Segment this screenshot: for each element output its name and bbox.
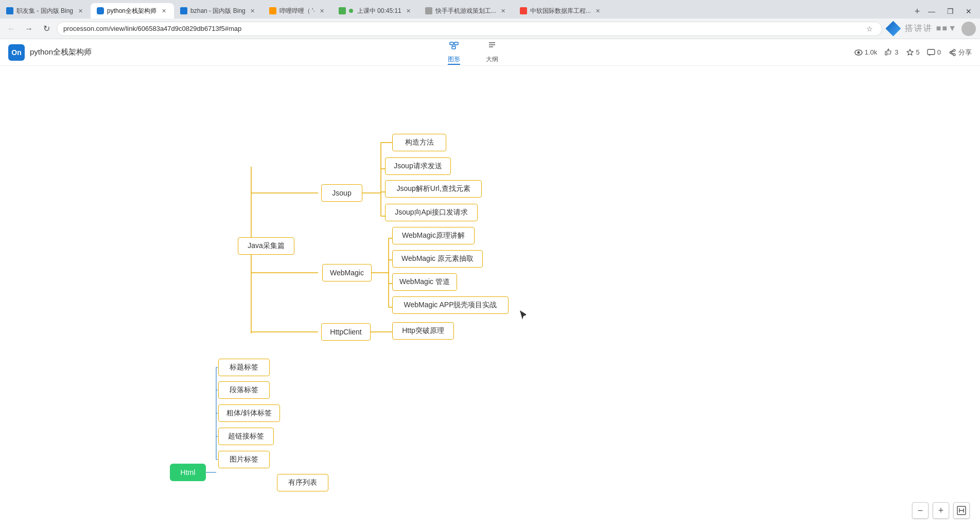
window-controls: — ❐ ✕: [924, 4, 980, 19]
node-wm-pipeline[interactable]: WebMagic 管道: [392, 273, 457, 291]
user-avatar[interactable]: [961, 22, 976, 36]
back-button[interactable]: ←: [4, 22, 19, 36]
node-jsoup-api[interactable]: Jsoup向Api接口发请求: [385, 204, 478, 221]
tab-title-3: bzhan - 国内版 Bing: [190, 7, 246, 15]
maximize-button[interactable]: ❐: [943, 4, 957, 19]
svg-point-9: [857, 51, 860, 54]
node-youxu[interactable]: 有序列表: [277, 474, 328, 491]
tab-favicon-7: [520, 7, 527, 14]
tab-title-5: 上课中 00:45:11: [357, 7, 401, 15]
tab-close-5[interactable]: ✕: [405, 7, 413, 15]
bookmark-icon[interactable]: ☆: [863, 23, 876, 35]
close-button[interactable]: ✕: [961, 4, 976, 19]
node-biaoti[interactable]: 标题标签: [218, 359, 270, 376]
browser-tab-4[interactable]: 哔哩哔哩（ '·✕: [263, 3, 332, 19]
app-logo: On: [8, 44, 25, 61]
toolbar-right: 1.0k 3 5 0 分享: [854, 48, 972, 57]
browser-frame: 职友集 - 国内版 Bing✕python全栈架构师✕bzhan - 国内版 B…: [0, 0, 980, 529]
tab-close-6[interactable]: ✕: [499, 7, 507, 15]
address-bar: ← → ↻ processon.com/view/link/606583a47d…: [0, 19, 980, 39]
tab-close-3[interactable]: ✕: [249, 7, 257, 15]
logo-text: 搭讲讲 ■■▼: [905, 23, 957, 34]
svg-rect-10: [927, 49, 935, 55]
tab-title-6: 快手手机游戏策划工...: [435, 7, 496, 15]
zoom-out-button[interactable]: −: [912, 502, 929, 519]
node-wm-principle[interactable]: WebMagic原理讲解: [392, 227, 475, 244]
zoom-controls: − +: [912, 502, 970, 519]
browser-tab-1[interactable]: 职友集 - 国内版 Bing✕: [0, 3, 91, 19]
svg-rect-2: [452, 46, 456, 49]
outline-icon: [487, 40, 497, 53]
graphic-label: 图形: [448, 55, 460, 65]
tab-outline[interactable]: 大纲: [481, 38, 503, 67]
node-duanluo[interactable]: 段落标签: [218, 381, 270, 399]
tab-favicon-2: [97, 7, 104, 14]
new-tab-button[interactable]: +: [910, 4, 924, 19]
tab-close-2[interactable]: ✕: [160, 7, 168, 15]
comments-stat: 0: [927, 48, 941, 57]
tab-favicon-1: [6, 7, 13, 14]
browser-tab-7[interactable]: 中软国际数据库工程...✕: [514, 3, 608, 19]
views-stat: 1.0k: [854, 48, 878, 57]
tab-close-7[interactable]: ✕: [594, 7, 602, 15]
url-bar[interactable]: processon.com/view/link/606583a47d9c0829…: [57, 22, 882, 36]
likes-stat: 3: [884, 48, 898, 57]
node-cuti[interactable]: 粗体/斜体标签: [218, 404, 280, 422]
tab-close-1[interactable]: ✕: [76, 7, 84, 15]
node-jsoup[interactable]: Jsoup: [321, 184, 362, 202]
node-httpclient[interactable]: HttpClient: [321, 323, 371, 341]
live-dot-5: [349, 9, 353, 13]
app-title: python全栈架构师: [30, 47, 92, 57]
minimize-button[interactable]: —: [924, 4, 939, 19]
tab-favicon-4: [269, 7, 276, 14]
tab-graphic[interactable]: 图形: [443, 38, 465, 67]
zoom-fit-button[interactable]: [953, 502, 970, 519]
tab-title-7: 中软国际数据库工程...: [530, 7, 591, 15]
browser-tab-2[interactable]: python全栈架构师✕: [91, 3, 174, 19]
top-right-logo: 搭讲讲 ■■▼: [885, 21, 976, 37]
canvas-area[interactable]: Java采集篇 Jsoup WebMagic HttpClient 构造方法 J…: [0, 66, 980, 529]
toolbar-center: 图形 大纲: [92, 38, 854, 67]
node-jsoup-req[interactable]: Jsoup请求发送: [385, 157, 451, 175]
tab-title-1: 职友集 - 国内版 Bing: [16, 7, 73, 15]
reload-button[interactable]: ↻: [39, 22, 54, 36]
tab-bar: 职友集 - 国内版 Bing✕python全栈架构师✕bzhan - 国内版 B…: [0, 0, 980, 19]
node-wm-app[interactable]: WebMagic APP脱壳项目实战: [392, 296, 509, 314]
forward-button[interactable]: →: [22, 22, 36, 36]
tab-title-4: 哔哩哔哩（ '·: [279, 7, 315, 15]
node-java-collect[interactable]: Java采集篇: [238, 237, 294, 255]
node-tupian[interactable]: 图片标签: [218, 451, 270, 468]
browser-tab-6[interactable]: 快手手机游戏策划工...✕: [419, 3, 514, 19]
mindmap-container: Java采集篇 Jsoup WebMagic HttpClient 构造方法 J…: [0, 66, 980, 529]
node-http-break[interactable]: Http突破原理: [392, 322, 454, 340]
tab-favicon-5: [339, 7, 346, 14]
logo-diamond: [885, 21, 901, 37]
tab-favicon-6: [425, 7, 432, 14]
node-wm-element[interactable]: WebMagic 原元素抽取: [392, 250, 483, 268]
node-chaolian[interactable]: 超链接标签: [218, 428, 274, 445]
browser-tab-5[interactable]: 上课中 00:45:11✕: [332, 3, 419, 19]
node-html[interactable]: Html: [170, 464, 206, 481]
browser-tab-3[interactable]: bzhan - 国内版 Bing✕: [174, 3, 263, 19]
node-jsoup-parse[interactable]: Jsoup解析Url,查找元素: [385, 180, 482, 198]
favorites-stat: 5: [906, 48, 920, 57]
tab-title-2: python全栈架构师: [107, 7, 156, 15]
node-gouzao[interactable]: 构造方法: [392, 134, 446, 151]
outline-label: 大纲: [486, 55, 498, 64]
tab-close-4[interactable]: ✕: [318, 7, 326, 15]
node-webmagic[interactable]: WebMagic: [322, 264, 372, 281]
zoom-in-button[interactable]: +: [933, 502, 949, 519]
svg-rect-1: [454, 42, 458, 45]
graphic-icon: [449, 40, 459, 53]
tab-favicon-3: [180, 7, 187, 14]
url-text: processon.com/view/link/606583a47d9c0829…: [63, 25, 859, 32]
app-toolbar: On python全栈架构师 图形 大纲 1.0k: [0, 39, 980, 66]
share-button[interactable]: 分享: [948, 48, 972, 57]
svg-rect-0: [450, 42, 453, 45]
